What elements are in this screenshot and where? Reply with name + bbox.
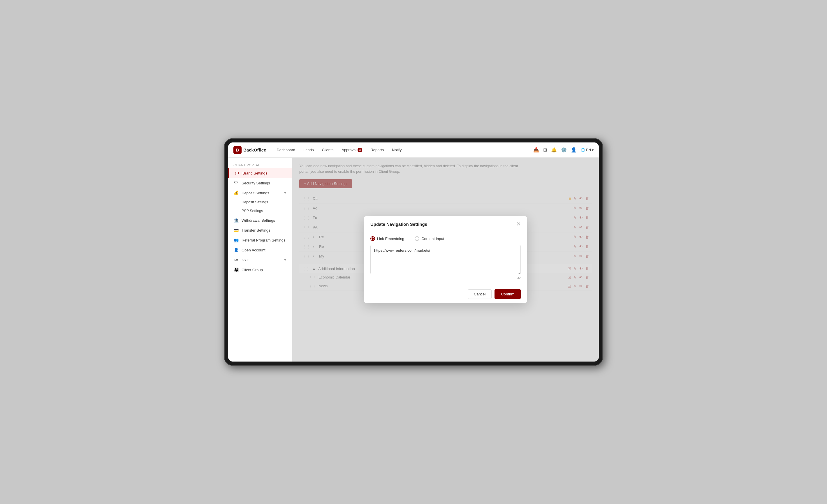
globe-icon: 🌐 [581,148,585,152]
nav-dashboard[interactable]: Dashboard [276,147,296,153]
kyc-icon: 🗂 [233,257,239,262]
withdrawal-icon: 🏦 [233,218,239,222]
modal-overlay: Update Navigation Settings ✕ Link Embedd… [292,158,599,361]
sidebar-label-client-group: Client Group [242,268,263,272]
language-selector[interactable]: 🌐 EN ▾ [581,148,594,152]
char-count: 32 [371,276,521,280]
nav-notify[interactable]: Notify [391,147,402,153]
security-icon: 🛡 [233,181,239,185]
nav-right-actions: 📥 ⊞ 🔔 ⚙️ 👤 🌐 EN ▾ [533,147,594,153]
transfer-icon: 💳 [233,228,239,233]
radio-circle-unselected [415,236,419,241]
nav-approval[interactable]: Approval 8 [341,147,363,154]
close-icon[interactable]: ✕ [516,221,521,226]
nav-reports[interactable]: Reports [370,147,384,153]
sidebar-item-brand-settings[interactable]: 🏷 Brand Settings [228,168,292,178]
radio-link-embedding[interactable]: Link Embedding [371,236,404,241]
sidebar-item-client-group[interactable]: 👨‍👩‍👧 Client Group [228,265,292,275]
logo[interactable]: B BackOffice [233,146,266,154]
sidebar: Client Portal 🏷 Brand Settings 🛡 Securit… [228,158,292,361]
chevron-down-icon: ▼ [284,258,287,262]
sidebar-item-deposit-settings[interactable]: 💰 Deposit Settings ▼ [228,188,292,198]
sidebar-label-referral: Referral Program Settings [242,238,285,242]
main-content: You can add new navigation and these cus… [292,158,599,361]
update-navigation-modal: Update Navigation Settings ✕ Link Embedd… [364,216,527,303]
sidebar-label-kyc: KYC [242,258,249,262]
modal-header: Update Navigation Settings ✕ [364,216,527,231]
brand-settings-icon: 🏷 [234,171,240,175]
sidebar-label-open-account: Open Account [242,248,265,252]
grid-icon[interactable]: ⊞ [543,147,547,153]
modal-body: Link Embedding Content Input https://www… [364,231,527,285]
url-input[interactable]: https://www.reuters.com/markets/ [371,245,521,274]
inbox-icon[interactable]: 📥 [533,147,539,153]
radio-label-link-embedding: Link Embedding [377,237,404,241]
sidebar-section-title: Client Portal [228,161,292,168]
language-label: EN [586,148,591,152]
modal-title: Update Navigation Settings [371,222,427,226]
user-avatar-icon[interactable]: 👤 [571,147,577,153]
sidebar-label-deposit: Deposit Settings [242,191,269,195]
sidebar-label-transfer: Transfer Settings [242,228,271,233]
sidebar-label-withdrawal: Withdrawal Settings [242,218,275,222]
radio-circle-selected [371,236,375,241]
settings-icon[interactable]: ⚙️ [561,147,567,153]
sidebar-item-withdrawal-settings[interactable]: 🏦 Withdrawal Settings [228,215,292,225]
chevron-down-icon: ▼ [284,191,287,195]
sidebar-item-kyc[interactable]: 🗂 KYC ▼ [228,255,292,265]
logo-icon: B [233,146,242,154]
sidebar-item-open-account[interactable]: 👤 Open Account [228,245,292,255]
logo-text: BackOffice [243,147,266,152]
open-account-icon: 👤 [233,248,239,252]
top-navigation: B BackOffice Dashboard Leads Clients App… [228,143,599,158]
radio-group: Link Embedding Content Input [371,236,521,241]
radio-content-input[interactable]: Content Input [415,236,444,241]
radio-label-content-input: Content Input [421,237,444,241]
referral-icon: 👥 [233,238,239,242]
bell-icon[interactable]: 🔔 [551,147,557,153]
sidebar-item-security-settings[interactable]: 🛡 Security Settings [228,178,292,188]
sidebar-item-deposit-settings-sub[interactable]: Deposit Settings [228,198,292,207]
approval-badge: 8 [357,148,362,152]
sidebar-item-psp-settings[interactable]: PSP Settings [228,207,292,215]
nav-leads[interactable]: Leads [303,147,314,153]
sidebar-label-security: Security Settings [242,181,270,185]
sidebar-item-referral-program[interactable]: 👥 Referral Program Settings [228,235,292,245]
sidebar-label-brand-settings: Brand Settings [242,171,267,175]
cancel-button[interactable]: Cancel [468,289,492,299]
confirm-button[interactable]: Confirm [494,289,521,299]
nav-clients[interactable]: Clients [321,147,334,153]
modal-footer: Cancel Confirm [364,285,527,303]
chevron-down-icon: ▾ [592,148,594,152]
deposit-icon: 💰 [233,191,239,195]
sidebar-item-transfer-settings[interactable]: 💳 Transfer Settings [228,225,292,235]
client-group-icon: 👨‍👩‍👧 [233,267,239,272]
